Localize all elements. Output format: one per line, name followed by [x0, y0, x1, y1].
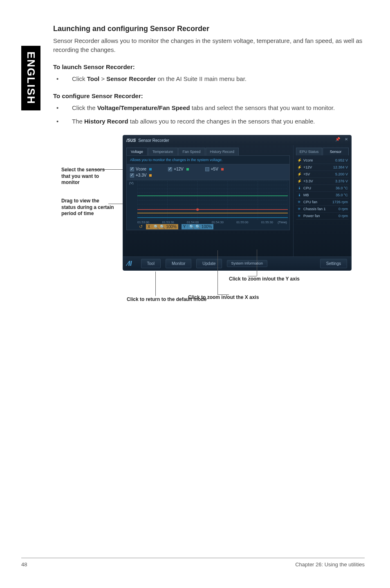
annotation-select-sensors: Select the sensors that you want to moni…: [61, 167, 114, 186]
chart-svg: 02468101214161820: [137, 181, 288, 220]
legend-dot-icon: [221, 168, 224, 171]
configure-subhead: To configure Sensor Recorder:: [53, 92, 364, 99]
tab-temperature[interactable]: Temperature: [148, 148, 178, 155]
sensor-list: ⚡Vcore0.952 V⚡+12V12.384 V⚡+5V5.200 V⚡+3…: [296, 157, 349, 220]
sensor-row: ⚡+5V5.200 V: [296, 171, 349, 178]
page-content: Launching and configuring Sensor Recorde…: [53, 25, 364, 135]
tab-epu-status[interactable]: EPU Status: [296, 148, 322, 155]
annotation-line: [108, 204, 125, 204]
magnifier-icon: 🔍: [154, 224, 159, 229]
x-axis-ticks: 01:53:0001:53:3001:54:0001:54:3001:55:00…: [137, 220, 273, 224]
sensor-type-icon: ✳: [297, 200, 302, 204]
sensor-row: ✳Power fan0 rpm: [296, 213, 349, 220]
x-tick-label: 01:55:30: [261, 220, 273, 224]
tab-fan-speed[interactable]: Fan Speed: [178, 148, 205, 155]
annotation-line: [217, 250, 218, 294]
status-pane: EPU Status Sensor ⚡Vcore0.952 V⚡+12V12.3…: [293, 145, 351, 256]
config-bullet-1: Click the Voltage/Temperature/Fan Speed …: [53, 103, 364, 113]
sensor-type-icon: 🌡: [297, 186, 302, 190]
checkbox-5v[interactable]: +5V: [205, 167, 224, 171]
sensor-type-icon: ✳: [297, 214, 302, 218]
sensor-row: ✳Chassis fan 10 rpm: [296, 206, 349, 213]
tab-voltage[interactable]: Voltage: [126, 148, 148, 155]
x-tick-label: 01:53:00: [137, 220, 149, 224]
sensor-value: 35.0 °C: [336, 193, 348, 197]
checkbox-icon: [130, 173, 134, 177]
menu-update-button[interactable]: Update: [196, 259, 222, 268]
x-axis-label: (Time): [278, 220, 287, 224]
annotation-reset: Click to return to the default mode: [127, 296, 206, 303]
sensor-name: +3.3V: [303, 179, 335, 183]
checkbox-12v[interactable]: +12V: [168, 167, 189, 171]
annotation-line: [92, 169, 124, 170]
checkbox-label: +3.3V: [136, 173, 146, 177]
annotation-drag-view: Drag to view the status during a certain…: [61, 198, 114, 217]
close-icon[interactable]: ✕: [345, 137, 348, 141]
window-title: Sensor Recorder: [138, 138, 169, 143]
checkbox-label: +12V: [174, 167, 184, 171]
menu-monitor-button[interactable]: Monitor: [166, 259, 191, 268]
chart-area[interactable]: (V) (Time): [126, 180, 290, 230]
text: tabs and select the sensors that you wan…: [190, 104, 335, 111]
magnifier-icon: 🔍: [189, 224, 194, 229]
sensor-value: 0 rpm: [338, 214, 348, 218]
text: Click the: [72, 104, 97, 111]
sensor-name: +12V: [303, 165, 333, 169]
menu-system-information-button[interactable]: System Information: [227, 260, 268, 267]
text: Click: [72, 75, 87, 82]
annotation-line: [257, 249, 257, 276]
sensor-name: CPU fan: [303, 200, 332, 204]
zoom-y-label: Y :: [183, 224, 188, 229]
page-footer: 48 Chapter 26: Using the utilities: [21, 558, 365, 568]
reset-zoom-icon[interactable]: ↺: [139, 224, 143, 229]
x-tick-label: 01:55:00: [236, 220, 248, 224]
keyword-sensor-recorder: Sensor Recorder: [106, 75, 156, 82]
language-tab: ENGLISH: [21, 46, 40, 110]
sensor-row: 🌡CPU36.0 °C: [296, 185, 349, 192]
tab-history-record[interactable]: History Record: [206, 148, 239, 155]
sensor-value: 5.200 V: [335, 172, 348, 176]
config-bullet-2: The History Record tab allows you to rec…: [53, 117, 364, 126]
sensor-type-icon: ✳: [297, 207, 302, 211]
window-titlebar[interactable]: /SUS Sensor Recorder 📌 ✕: [123, 135, 351, 145]
zoom-x-control[interactable]: X : 🔍 🔍 100%: [146, 224, 178, 229]
sensor-value: 0 rpm: [338, 207, 348, 211]
sensor-row: 🌡MB35.0 °C: [296, 192, 349, 199]
checkbox-icon: [205, 167, 209, 171]
sensor-name: CPU: [303, 186, 336, 190]
sensor-value: 36.0 °C: [336, 186, 348, 190]
sensor-row: ⚡Vcore0.952 V: [296, 157, 349, 164]
annotation-line: [155, 272, 156, 296]
sensor-row: ✳CPU fan1726 rpm: [296, 199, 349, 206]
text: tab allows you to record the changes in …: [128, 118, 315, 125]
annotation-zoom-y: Click to zoom in/out the Y axis: [229, 276, 300, 283]
sensor-checkboxes: Vcore +12V +5V +3.3V: [126, 164, 290, 180]
intro-paragraph: Sensor Recorder allows you to monitor th…: [53, 36, 364, 54]
svg-point-17: [196, 209, 199, 211]
zoom-y-control[interactable]: Y : 🔍 🔍 100%: [182, 224, 214, 229]
category-tabs: Voltage Temperature Fan Speed History Re…: [126, 148, 290, 155]
launch-subhead: To launch Sensor Recorder:: [53, 63, 364, 70]
sensor-name: Power fan: [303, 214, 338, 218]
y-axis-label: (V): [129, 181, 134, 185]
legend-dot-icon: [149, 174, 152, 177]
sensor-name: Chassis fan 1: [303, 207, 338, 211]
launch-bullet: Click Tool > Sensor Recorder on the AI S…: [53, 74, 364, 84]
sensor-type-icon: 🌡: [297, 193, 302, 197]
checkbox-icon: [130, 167, 134, 171]
checkbox-3-3v[interactable]: +3.3V: [130, 173, 152, 177]
section-title: Launching and configuring Sensor Recorde…: [53, 25, 364, 33]
checkbox-vcore[interactable]: Vcore: [130, 167, 152, 171]
sensor-row: ⚡+12V12.384 V: [296, 164, 349, 171]
ai-suite-logo-icon: ⁄II: [127, 260, 132, 267]
checkbox-icon: [168, 167, 172, 171]
text: on the AI Suite II main menu bar.: [156, 75, 247, 82]
text: >: [99, 75, 106, 82]
tab-sensor[interactable]: Sensor: [323, 148, 349, 155]
sensor-type-icon: ⚡: [297, 165, 302, 169]
app-window: /SUS Sensor Recorder 📌 ✕ Voltage Tempera…: [123, 135, 352, 271]
sensor-type-icon: ⚡: [297, 172, 302, 176]
menu-tool-button[interactable]: Tool: [141, 259, 161, 268]
menu-settings-button[interactable]: Settings: [320, 259, 347, 268]
pin-icon[interactable]: 📌: [335, 137, 340, 141]
